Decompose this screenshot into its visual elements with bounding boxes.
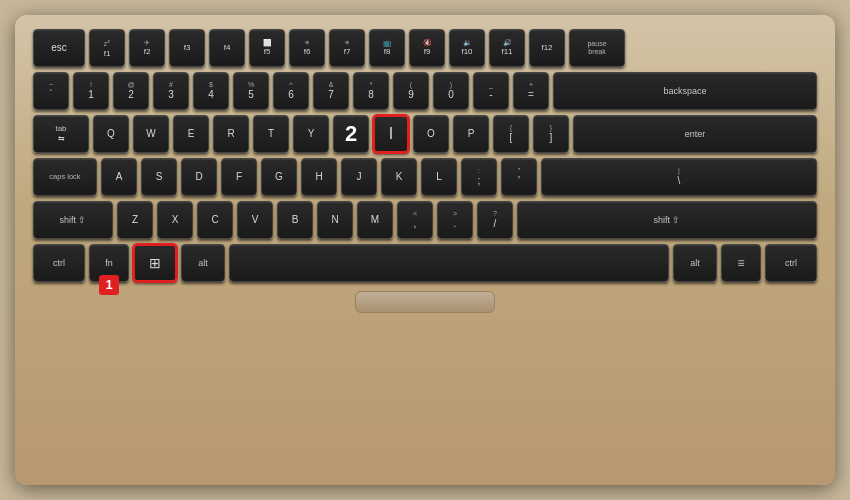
key-3[interactable]: #3 [153,72,189,110]
key-9[interactable]: (9 [393,72,429,110]
key-2[interactable]: @2 [113,72,149,110]
key-r[interactable]: R [213,115,249,153]
key-8[interactable]: *8 [353,72,389,110]
key-i[interactable]: I [373,115,409,153]
key-y[interactable]: Y [293,115,329,153]
key-m[interactable]: M [357,201,393,239]
key-f4[interactable]: f4 [209,29,245,67]
key-pause[interactable]: pausebreak [569,29,625,67]
key-e[interactable]: E [173,115,209,153]
key-alt-left[interactable]: alt [181,244,225,282]
key-shift-right[interactable]: shift ⇧ [517,201,817,239]
key-k[interactable]: K [381,158,417,196]
key-6[interactable]: ^6 [273,72,309,110]
number-row: ~` !1 @2 #3 $4 %5 ^6 &7 *8 (9 )0 _- += b… [33,72,817,110]
key-fn[interactable]: fn 1 [89,244,129,282]
key-minus[interactable]: _- [473,72,509,110]
key-o[interactable]: O [413,115,449,153]
key-u[interactable]: 2 [333,115,369,153]
key-bracket-open[interactable]: {[ [493,115,529,153]
key-f7[interactable]: ☀f7 [329,29,365,67]
key-p[interactable]: P [453,115,489,153]
key-backtick[interactable]: ~` [33,72,69,110]
key-f5[interactable]: ⬜f5 [249,29,285,67]
key-f2[interactable]: ✈f2 [129,29,165,67]
key-1[interactable]: !1 [73,72,109,110]
trackpad[interactable] [355,291,495,313]
key-f6[interactable]: ☀f6 [289,29,325,67]
key-enter[interactable]: enter [573,115,817,153]
asdf-row: caps lock A S D F G H J K L :; "' |\ [33,158,817,196]
bottom-row: ctrl fn 1 ⊞ alt alt ≡ ctrl [33,244,817,282]
trackpad-area [33,291,817,313]
key-d[interactable]: D [181,158,217,196]
function-row: esc zzf1 ✈f2 f3 f4 ⬜f5 ☀f6 ☀f7 📺f8 🔇f9 🔉… [33,29,817,67]
key-menu[interactable]: ≡ [721,244,761,282]
key-l[interactable]: L [421,158,457,196]
zxcv-row: shift ⇧ Z X C V B N M <, >. ?/ shift ⇧ [33,201,817,239]
key-win[interactable]: ⊞ [133,244,177,282]
key-f1[interactable]: zzf1 [89,29,125,67]
key-caps-lock[interactable]: caps lock [33,158,97,196]
key-backspace[interactable]: backspace [553,72,817,110]
key-4[interactable]: $4 [193,72,229,110]
badge-1: 1 [99,275,119,295]
key-equals[interactable]: += [513,72,549,110]
key-0[interactable]: )0 [433,72,469,110]
key-f[interactable]: F [221,158,257,196]
key-semicolon[interactable]: :; [461,158,497,196]
key-x[interactable]: X [157,201,193,239]
key-ctrl-right[interactable]: ctrl [765,244,817,282]
key-g[interactable]: G [261,158,297,196]
key-w[interactable]: W [133,115,169,153]
key-f11[interactable]: 🔊f11 [489,29,525,67]
key-esc[interactable]: esc [33,29,85,67]
key-quote[interactable]: "' [501,158,537,196]
key-ctrl-left[interactable]: ctrl [33,244,85,282]
key-v[interactable]: V [237,201,273,239]
key-alt-right[interactable]: alt [673,244,717,282]
key-f12[interactable]: f12 [529,29,565,67]
key-f3[interactable]: f3 [169,29,205,67]
key-t[interactable]: T [253,115,289,153]
key-backslash[interactable]: |\ [541,158,817,196]
key-5[interactable]: %5 [233,72,269,110]
key-h[interactable]: H [301,158,337,196]
key-s[interactable]: S [141,158,177,196]
key-f9[interactable]: 🔇f9 [409,29,445,67]
key-comma[interactable]: <, [397,201,433,239]
keyboard: esc zzf1 ✈f2 f3 f4 ⬜f5 ☀f6 ☀f7 📺f8 🔇f9 🔉… [15,15,835,485]
key-shift-left[interactable]: shift ⇧ [33,201,113,239]
key-slash[interactable]: ?/ [477,201,513,239]
key-b[interactable]: B [277,201,313,239]
key-n[interactable]: N [317,201,353,239]
key-q[interactable]: Q [93,115,129,153]
key-z[interactable]: Z [117,201,153,239]
key-c[interactable]: C [197,201,233,239]
key-space[interactable] [229,244,669,282]
key-tab[interactable]: tab⇆ [33,115,89,153]
key-period[interactable]: >. [437,201,473,239]
key-7[interactable]: &7 [313,72,349,110]
qwerty-row: tab⇆ Q W E R T Y 2 I O P {[ }] enter [33,115,817,153]
key-f10[interactable]: 🔉f10 [449,29,485,67]
key-j[interactable]: J [341,158,377,196]
key-a[interactable]: A [101,158,137,196]
key-bracket-close[interactable]: }] [533,115,569,153]
key-f8[interactable]: 📺f8 [369,29,405,67]
